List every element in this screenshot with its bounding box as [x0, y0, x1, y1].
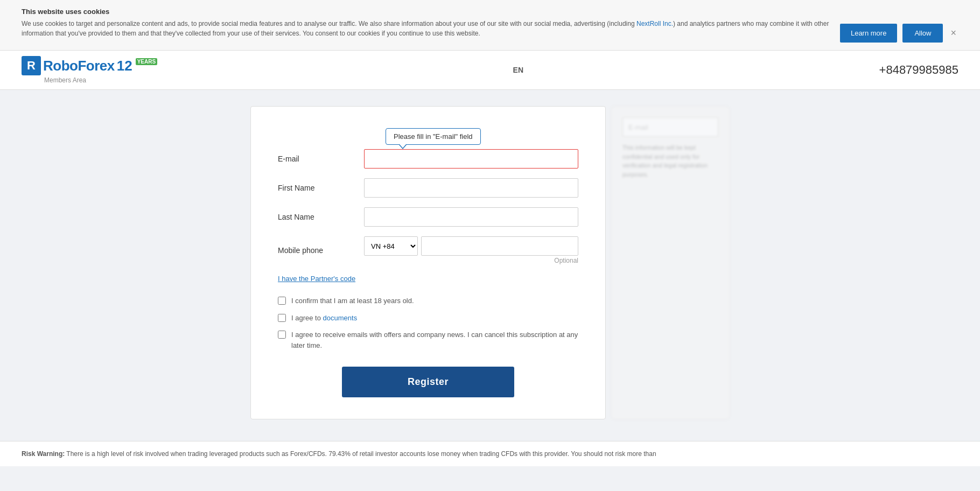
right-panel-email: E-mail: [622, 117, 718, 137]
firstname-label: First Name: [278, 184, 364, 192]
documents-checkbox[interactable]: [278, 314, 286, 322]
checkbox-row-emails: I agree to receive emails with offers an…: [278, 329, 578, 350]
cookie-text-area: This website uses cookies We use cookies…: [22, 8, 829, 38]
phone-country-select[interactable]: VN +84: [364, 236, 418, 256]
firstname-input[interactable]: [364, 178, 578, 198]
email-tooltip-wrapper: Please fill in "E-mail" field: [386, 128, 578, 145]
lastname-label: Last Name: [278, 213, 364, 221]
right-panel-hint: E-mail This information will be kept con…: [611, 106, 730, 419]
cookie-title: This website uses cookies: [22, 8, 829, 16]
age-checkbox-label: I confirm that I am at least 18 years ol…: [291, 296, 414, 306]
logo-years-badge: YEARS: [136, 58, 157, 65]
nextroll-link[interactable]: NextRoll Inc.: [636, 20, 673, 27]
email-input[interactable]: [364, 149, 578, 169]
partner-code-link[interactable]: I have the Partner's code: [278, 275, 355, 283]
learn-more-button[interactable]: Learn more: [840, 24, 897, 43]
logo-main: R RoboForex 12 YEARS: [22, 56, 157, 75]
language-selector[interactable]: EN: [513, 66, 523, 74]
right-panel-text: This information will be kept confidenti…: [622, 143, 718, 179]
lastname-row: Last Name: [278, 207, 578, 227]
email-tooltip: Please fill in "E-mail" field: [386, 128, 481, 145]
cookie-body: We use cookies to target and personalize…: [22, 19, 829, 38]
phone-inputs: VN +84: [364, 236, 578, 256]
logo-roboforex-text: RoboForex: [43, 58, 115, 74]
logo-12-text: 12: [117, 58, 132, 74]
checkbox-row-documents: I agree to documents: [278, 313, 578, 324]
logo-area: R RoboForex 12 YEARS Members Area: [22, 56, 157, 84]
email-label: E-mail: [278, 155, 364, 163]
risk-warning-label: Risk Warning:: [22, 450, 65, 458]
phone-field-wrap: VN +84 Optional: [364, 236, 578, 264]
age-checkbox[interactable]: [278, 297, 286, 305]
checkbox-row-age: I confirm that I am at least 18 years ol…: [278, 296, 578, 306]
logo-r-icon: R: [22, 56, 41, 75]
phone-label: Mobile phone: [278, 246, 364, 255]
cookie-body-part1: We use cookies to target and personalize…: [22, 20, 636, 27]
members-area-subtitle: Members Area: [44, 76, 157, 84]
registration-form-card: Please fill in "E-mail" field E-mail Fir…: [250, 106, 606, 419]
phone-row: Mobile phone VN +84 Optional: [278, 236, 578, 264]
risk-warning-text: There is a high level of risk involved w…: [66, 450, 656, 458]
firstname-row: First Name: [278, 178, 578, 198]
checkbox-section: I confirm that I am at least 18 years ol…: [278, 296, 578, 350]
cookie-actions: Learn more Allow ×: [840, 8, 958, 43]
risk-warning: Risk Warning: There is a high level of r…: [0, 441, 980, 466]
documents-link[interactable]: documents: [323, 314, 358, 322]
header-phone: +84879985985: [879, 63, 958, 77]
documents-checkbox-label: I agree to documents: [291, 313, 357, 324]
emails-checkbox[interactable]: [278, 331, 286, 339]
email-row: E-mail: [278, 149, 578, 169]
register-button[interactable]: Register: [342, 367, 514, 397]
header: R RoboForex 12 YEARS Members Area EN +84…: [0, 51, 980, 90]
optional-label: Optional: [364, 257, 578, 264]
emails-checkbox-label: I agree to receive emails with offers an…: [291, 329, 578, 350]
main-content: Please fill in "E-mail" field E-mail Fir…: [0, 90, 980, 436]
cookie-banner: This website uses cookies We use cookies…: [0, 0, 980, 51]
phone-number-input[interactable]: [421, 236, 578, 256]
close-cookie-button[interactable]: ×: [948, 27, 958, 39]
allow-button[interactable]: Allow: [902, 24, 943, 43]
lastname-input[interactable]: [364, 207, 578, 227]
documents-label-before: I agree to: [291, 314, 323, 322]
